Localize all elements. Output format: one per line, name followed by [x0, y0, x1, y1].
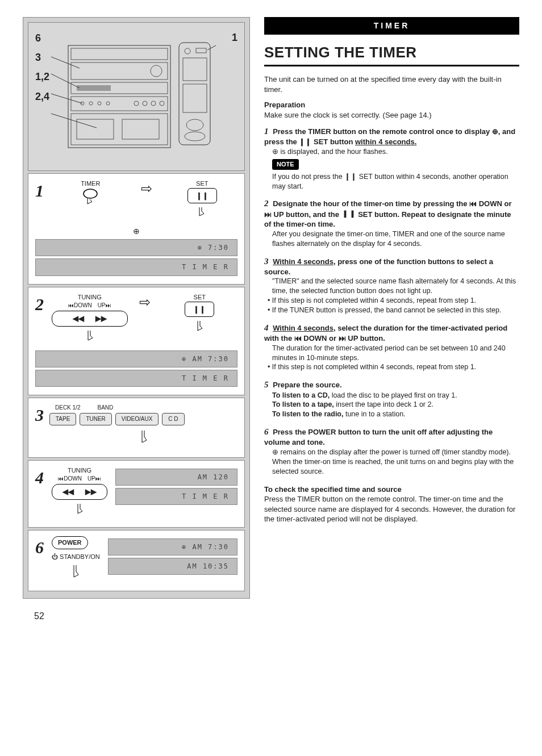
svg-line-27	[51, 94, 82, 103]
svg-rect-16	[77, 119, 114, 139]
left-column: 6 3 1,2 2,4 1	[23, 17, 250, 622]
hand-icon	[71, 502, 88, 519]
svg-rect-15	[71, 114, 168, 145]
panel-step-1: 1 TIMER ⇨ SET ❙❙ ⊕ ⊕ 7:30 T I M E R	[28, 173, 245, 285]
page-title: SETTING THE TIMER	[264, 43, 519, 66]
diagram-callouts: 6 3 1,2 2,4	[35, 28, 49, 106]
tuning-buttons: ◀◀ ▶▶	[52, 484, 107, 500]
hand-icon	[191, 319, 208, 336]
set-label: SET	[162, 293, 238, 302]
hand-icon	[81, 329, 98, 346]
svg-rect-5	[77, 85, 111, 91]
display: ⊕ AM 7:30	[35, 350, 237, 367]
illustration-panel: 6 3 1,2 2,4 1	[23, 17, 250, 599]
tuning-buttons: ◀◀ ▶▶	[52, 311, 128, 327]
video-aux-button: VIDEO/AUX	[115, 413, 159, 425]
svg-rect-2	[71, 62, 168, 80]
instruction-step: 5 Prepare the source. To listen to a CD,…	[264, 379, 519, 419]
callout: 1	[232, 31, 237, 44]
stereo-diagram: 6 3 1,2 2,4 1	[28, 22, 245, 171]
instruction-step: 4 Within 4 seconds, select the duration …	[264, 322, 519, 372]
display: ⊕ AM 7:30	[108, 538, 237, 555]
tuning-label: TUNING	[52, 293, 128, 302]
display: T I M E R	[115, 488, 237, 505]
svg-rect-20	[196, 48, 206, 53]
note-badge: NOTE	[272, 159, 299, 170]
svg-point-14	[160, 101, 164, 106]
svg-point-3	[151, 65, 162, 77]
svg-rect-22	[183, 84, 207, 112]
arrow-right-icon: ⇨	[141, 179, 152, 198]
step-num: 3	[35, 404, 44, 427]
svg-point-9	[98, 102, 101, 105]
page-number: 52	[34, 610, 250, 623]
svg-point-13	[151, 101, 156, 106]
step-num: 6	[35, 536, 44, 559]
prep-heading: Preparation	[264, 100, 519, 110]
power-button: POWER	[52, 536, 88, 549]
display: AM 10:35	[108, 558, 237, 575]
band-label: BAND	[97, 404, 113, 412]
up-label: UP⏭	[98, 302, 111, 310]
svg-line-29	[207, 45, 216, 50]
instruction-list: 1 Press the TIMER button on the remote c…	[264, 126, 519, 476]
svg-rect-6	[71, 97, 168, 111]
tape-button: TAPE	[49, 413, 76, 425]
step-num: 1	[35, 179, 44, 203]
svg-point-11	[134, 101, 139, 106]
svg-rect-1	[71, 48, 168, 60]
display: ⊕ 7:30	[35, 239, 237, 256]
step-num: 4	[35, 466, 44, 490]
panel-step-3: 3 DECK 1/2 BAND TAPE TUNER VIDEO/AUX C D	[28, 398, 245, 458]
callout: 2,4	[35, 87, 49, 106]
down-label: ⏮DOWN	[58, 475, 82, 483]
panel-step-2: 2 TUNING ⏮DOWN UP⏭ ◀◀ ▶▶ ⇨	[28, 287, 245, 395]
stereo-svg	[51, 40, 222, 153]
intro-text: The unit can be turned on at the specifi…	[264, 74, 519, 94]
svg-point-10	[106, 102, 110, 105]
up-label: UP⏭	[87, 475, 101, 483]
svg-rect-21	[183, 58, 207, 81]
tuning-label: TUNING	[52, 466, 107, 475]
pause-set-button: ❙❙	[187, 188, 217, 204]
check-heading: To check the specified time and source	[264, 484, 519, 495]
svg-point-23	[186, 119, 203, 131]
set-label: SET	[167, 179, 238, 188]
svg-point-24	[185, 132, 205, 141]
callout: 1,2	[35, 67, 49, 86]
svg-point-30	[84, 189, 97, 198]
cd-button: C D	[162, 413, 184, 425]
svg-line-28	[51, 114, 97, 128]
panel-step-4: 4 TUNING ⏮DOWN UP⏭ ◀◀ ▶▶	[28, 460, 245, 528]
instruction-step: 1 Press the TIMER button on the remote c…	[264, 126, 519, 191]
hand-icon	[194, 204, 211, 222]
instruction-step: 3 Within 4 seconds, press one of the fun…	[264, 256, 519, 315]
display: AM 120	[115, 469, 237, 486]
svg-point-19	[185, 48, 190, 54]
right-column: TIMER SETTING THE TIMER The unit can be …	[264, 17, 519, 622]
callout: 6	[35, 28, 49, 48]
standby-label: ⏻ STANDBY/ON	[52, 553, 100, 561]
arrow-right-icon: ⇨	[139, 293, 151, 311]
svg-rect-17	[122, 119, 159, 139]
section-header: TIMER	[264, 17, 519, 35]
svg-point-12	[143, 101, 147, 106]
hand-icon	[135, 429, 152, 448]
instruction-step: 6 Press the POWER button to turn the uni…	[264, 426, 519, 476]
display: T I M E R	[35, 370, 237, 387]
check-text: Press the TIMER button on the remote con…	[264, 494, 519, 524]
svg-line-26	[51, 74, 80, 88]
pause-set-button: ❙❙	[185, 302, 214, 318]
deck-label: DECK 1/2	[55, 404, 80, 412]
callout: 3	[35, 48, 49, 67]
down-label: ⏮DOWN	[68, 302, 92, 310]
panel-step-6: 6 POWER ⏻ STANDBY/ON ⊕ AM 7:30 AM 10:35	[28, 530, 245, 591]
timer-label: TIMER	[55, 179, 126, 188]
timer-button-icon	[82, 188, 99, 205]
tuner-button: TUNER	[80, 413, 111, 425]
step-num: 2	[35, 293, 44, 316]
display: T I M E R	[35, 258, 237, 275]
prep-text: Make sure the clock is set correctly. (S…	[264, 110, 519, 120]
hand-icon	[67, 563, 84, 583]
svg-point-8	[89, 102, 93, 105]
